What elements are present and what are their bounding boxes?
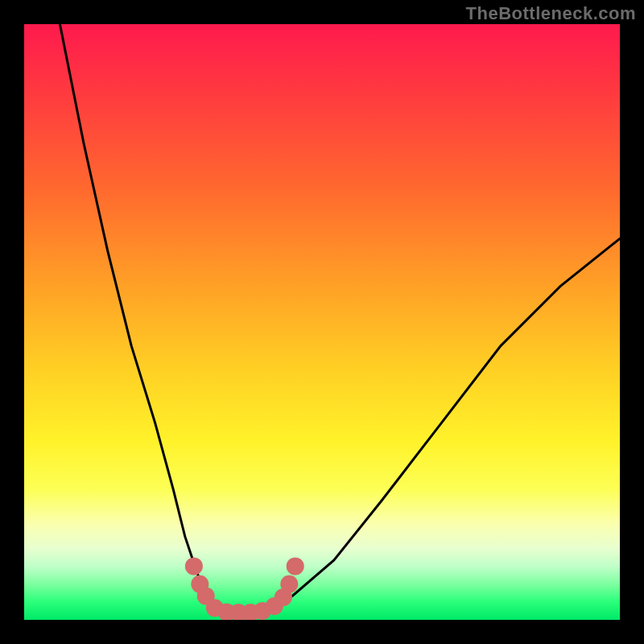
bottleneck-curve — [60, 24, 620, 614]
highlight-dot — [287, 557, 304, 575]
watermark-text: TheBottleneck.com — [466, 3, 636, 24]
highlight-dot — [280, 576, 298, 593]
highlight-dot — [185, 557, 203, 575]
curve-layer — [24, 24, 620, 620]
highlight-marker-group — [185, 557, 304, 620]
chart-frame: TheBottleneck.com — [0, 0, 644, 644]
